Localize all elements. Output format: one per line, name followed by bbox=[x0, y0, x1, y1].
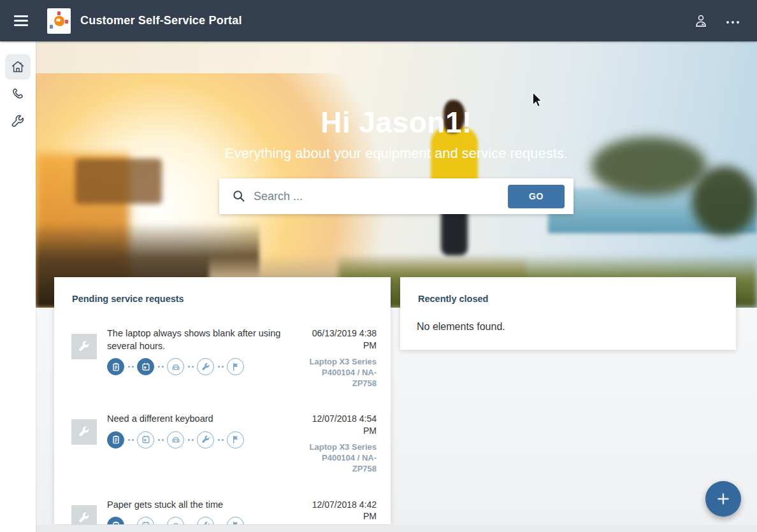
step-separator bbox=[157, 366, 164, 368]
request-thumbnail bbox=[71, 505, 97, 525]
app-logo bbox=[47, 8, 71, 34]
menu-button[interactable] bbox=[6, 6, 36, 36]
ellipsis-icon bbox=[725, 16, 740, 25]
search-input[interactable] bbox=[254, 190, 508, 203]
go-button[interactable]: GO bbox=[508, 185, 565, 208]
app-header: Customer Self-Service Portal bbox=[0, 0, 757, 41]
pending-requests-card: Pending service requests The laptop alwa… bbox=[54, 277, 391, 524]
request-product: Laptop X3 Series P400104 / NA-ZP758 bbox=[303, 442, 377, 474]
person-icon bbox=[693, 13, 709, 29]
bottom-strip bbox=[36, 525, 757, 532]
request-progress-steps bbox=[107, 358, 296, 375]
add-request-button[interactable] bbox=[705, 481, 741, 517]
step-car-icon bbox=[167, 517, 184, 524]
pending-requests-list: The laptop always shows blank after usin… bbox=[54, 313, 391, 524]
request-thumbnail bbox=[71, 334, 97, 359]
step-car-icon bbox=[167, 358, 184, 375]
step-wrench-icon bbox=[197, 358, 214, 375]
logo-blob bbox=[54, 16, 64, 26]
step-wrench-icon bbox=[197, 517, 214, 524]
request-thumbnail bbox=[71, 419, 97, 445]
request-title: Need a different keyboard bbox=[107, 413, 296, 426]
request-progress-steps bbox=[107, 431, 296, 449]
hero-image: Hi Jason1! Everything about your equipme… bbox=[36, 41, 757, 308]
sidebar-item-service[interactable] bbox=[5, 109, 31, 134]
sidebar-item-home[interactable] bbox=[5, 54, 31, 80]
request-datetime: 12/07/2018 4:42 PM bbox=[303, 499, 377, 523]
step-separator bbox=[157, 439, 164, 441]
step-calendar-icon bbox=[137, 431, 154, 449]
step-separator bbox=[217, 439, 224, 441]
service-request-row[interactable]: Need a different keyboard 12/07/2018 4:5… bbox=[54, 399, 391, 484]
side-rail bbox=[0, 41, 36, 532]
empty-state-message: No elements found. bbox=[400, 304, 736, 333]
step-clipboard-icon bbox=[107, 431, 124, 449]
step-separator bbox=[187, 366, 194, 368]
wrench-thumbnail-icon bbox=[77, 511, 91, 525]
wrench-thumbnail-icon bbox=[77, 340, 91, 354]
step-separator bbox=[187, 439, 194, 441]
step-clipboard-icon bbox=[107, 358, 124, 375]
step-calendar-icon bbox=[137, 358, 154, 375]
step-calendar-icon bbox=[137, 517, 154, 524]
step-wrench-icon bbox=[197, 431, 214, 449]
step-car-icon bbox=[167, 431, 184, 449]
profile-button[interactable] bbox=[687, 7, 715, 35]
overflow-button[interactable] bbox=[719, 7, 747, 35]
pending-card-title: Pending service requests bbox=[54, 277, 391, 304]
phone-icon bbox=[10, 87, 25, 102]
recently-closed-title: Recently closed bbox=[400, 277, 736, 304]
hero-greeting: Hi Jason1! bbox=[36, 105, 757, 140]
step-flag-icon bbox=[227, 358, 244, 375]
request-datetime: 06/13/2019 4:38 PM bbox=[303, 327, 377, 352]
search-bar: GO bbox=[219, 178, 573, 214]
sidebar-item-contact[interactable] bbox=[5, 82, 31, 107]
step-separator bbox=[217, 366, 224, 368]
hero-house bbox=[75, 159, 162, 204]
app-title: Customer Self-Service Portal bbox=[80, 14, 242, 27]
hero-subtitle: Everything about your equipment and serv… bbox=[36, 145, 757, 162]
request-title: The laptop always shows blank after usin… bbox=[107, 327, 296, 352]
home-icon bbox=[10, 59, 25, 75]
wrench-icon bbox=[10, 114, 25, 129]
step-clipboard-icon bbox=[107, 517, 124, 524]
request-title: Paper gets stuck all the time bbox=[107, 499, 296, 512]
recently-closed-card: Recently closed No elements found. bbox=[400, 277, 736, 350]
plus-icon bbox=[715, 491, 732, 507]
request-product: Laptop X3 Series P400104 / NA-ZP758 bbox=[303, 356, 377, 389]
request-datetime: 12/07/2018 4:54 PM bbox=[303, 413, 377, 437]
step-flag-icon bbox=[227, 431, 244, 449]
search-icon bbox=[232, 189, 246, 203]
service-request-row[interactable]: The laptop always shows blank after usin… bbox=[54, 313, 391, 399]
step-flag-icon bbox=[227, 517, 244, 524]
wrench-thumbnail-icon bbox=[77, 425, 91, 439]
step-separator bbox=[127, 439, 134, 441]
service-request-row[interactable]: Paper gets stuck all the time 12/07/2018… bbox=[54, 485, 391, 525]
step-separator bbox=[127, 366, 134, 368]
request-progress-steps bbox=[107, 517, 296, 524]
